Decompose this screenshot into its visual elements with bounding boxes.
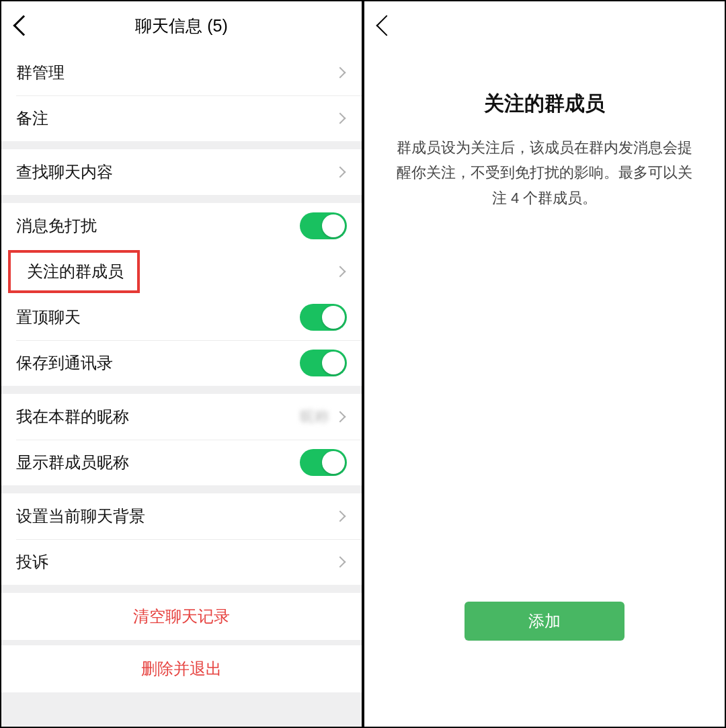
section-divider xyxy=(1,640,362,645)
section-divider xyxy=(1,141,362,149)
save-contacts-row[interactable]: 保存到通讯录 xyxy=(1,340,362,386)
settings-scroll[interactable]: 群管理 备注 查找聊天内容 消息免打扰 关注 xyxy=(1,50,362,727)
row-label: 关注的群成员 xyxy=(27,261,336,282)
chat-background-row[interactable]: 设置当前聊天背景 xyxy=(1,493,362,539)
row-label: 置顶聊天 xyxy=(16,307,300,328)
row-label: 备注 xyxy=(16,108,336,129)
row-label: 消息免打扰 xyxy=(16,215,300,237)
show-alias-toggle[interactable] xyxy=(300,449,347,476)
follow-members-highlight: 关注的群成员 xyxy=(1,249,362,294)
toggle-knob xyxy=(322,214,345,237)
row-label: 显示群成员昵称 xyxy=(16,452,300,473)
chevron-left-icon xyxy=(13,15,34,36)
pin-toggle[interactable] xyxy=(300,304,347,331)
row-label: 群管理 xyxy=(16,62,336,83)
add-button[interactable]: 添加 xyxy=(465,602,624,641)
remark-row[interactable]: 备注 xyxy=(1,95,362,141)
group-basic: 群管理 备注 xyxy=(1,50,362,141)
toggle-knob xyxy=(322,352,345,374)
empty-state-description: 群成员设为关注后，该成员在群内发消息会提醒你关注，不受到免打扰的影响。最多可以关… xyxy=(364,135,725,210)
section-divider xyxy=(1,386,362,394)
back-button[interactable] xyxy=(11,11,40,40)
mute-toggle[interactable] xyxy=(300,212,347,239)
section-divider xyxy=(1,195,362,203)
navbar: 聊天信息 (5) xyxy=(1,1,362,50)
add-button-label: 添加 xyxy=(528,610,561,632)
pin-chat-row[interactable]: 置顶聊天 xyxy=(1,294,362,340)
chevron-right-icon xyxy=(335,67,346,79)
row-label: 删除并退出 xyxy=(141,658,222,680)
row-label: 清空聊天记录 xyxy=(133,606,230,627)
chevron-right-icon xyxy=(335,113,346,124)
group-alias: 我在本群的昵称 昵称 显示群成员昵称 xyxy=(1,394,362,485)
page-title: 聊天信息 (5) xyxy=(1,15,362,37)
group-management-row[interactable]: 群管理 xyxy=(1,50,362,95)
my-alias-row[interactable]: 我在本群的昵称 昵称 xyxy=(1,394,362,440)
section-divider xyxy=(1,485,362,493)
bottom-spacer xyxy=(1,692,362,698)
row-label: 查找聊天内容 xyxy=(16,161,336,183)
clear-history-button[interactable]: 清空聊天记录 xyxy=(1,593,362,640)
row-label: 保存到通讯录 xyxy=(16,352,300,374)
group-search: 查找聊天内容 xyxy=(1,149,362,195)
chevron-left-icon xyxy=(376,15,397,36)
my-alias-value: 昵称 xyxy=(300,407,329,427)
chevron-right-icon xyxy=(335,411,346,423)
section-divider xyxy=(1,585,362,593)
toggle-knob xyxy=(322,451,345,474)
save-contacts-toggle[interactable] xyxy=(300,350,347,376)
complaint-row[interactable]: 投诉 xyxy=(1,539,362,585)
chat-settings-screen: 聊天信息 (5) 群管理 备注 查找聊天内容 消息免打扰 xyxy=(0,0,363,728)
follow-members-row[interactable]: 关注的群成员 xyxy=(1,249,362,294)
chevron-right-icon xyxy=(335,266,346,278)
mute-row[interactable]: 消息免打扰 xyxy=(1,203,362,249)
chevron-right-icon xyxy=(335,557,346,568)
toggle-knob xyxy=(322,306,345,329)
follow-members-screen: 关注的群成员 群成员设为关注后，该成员在群内发消息会提醒你关注，不受到免打扰的影… xyxy=(363,0,726,728)
row-label: 我在本群的昵称 xyxy=(16,406,300,428)
search-chat-row[interactable]: 查找聊天内容 xyxy=(1,149,362,195)
show-alias-row[interactable]: 显示群成员昵称 xyxy=(1,440,362,485)
group-destructive: 清空聊天记录 删除并退出 xyxy=(1,593,362,692)
empty-state-title: 关注的群成员 xyxy=(484,90,605,118)
leave-group-button[interactable]: 删除并退出 xyxy=(1,645,362,692)
chevron-right-icon xyxy=(335,511,346,522)
back-button[interactable] xyxy=(374,11,403,40)
navbar xyxy=(364,1,725,50)
group-misc: 设置当前聊天背景 投诉 xyxy=(1,493,362,585)
row-label: 投诉 xyxy=(16,551,336,573)
group-notify: 消息免打扰 关注的群成员 置顶聊天 保存到通讯录 xyxy=(1,203,362,386)
chevron-right-icon xyxy=(335,167,346,178)
row-label: 设置当前聊天背景 xyxy=(16,505,336,527)
